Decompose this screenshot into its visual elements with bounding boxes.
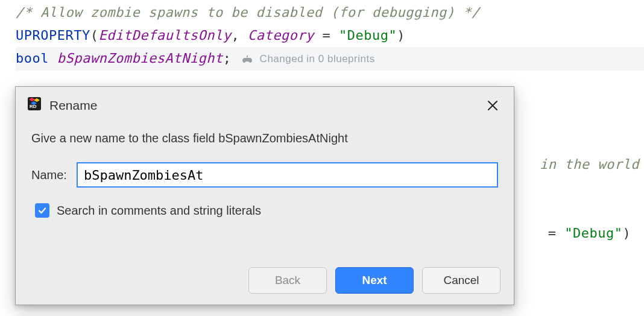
name-input[interactable] [77, 162, 498, 188]
code-macro: UPROPERTY [16, 28, 90, 43]
code-identifier: bSpawnZombiesAtNight [57, 51, 223, 66]
dialog-prompt: Give a new name to the class field bSpaw… [31, 131, 498, 145]
svg-text:RD: RD [30, 104, 37, 109]
next-button[interactable]: Next [335, 267, 414, 294]
inlay-hint[interactable]: Changed in 0 blueprints [242, 48, 374, 71]
code-editor[interactable]: /* Allow zombie spawns to be disabled (f… [0, 0, 644, 93]
gamepad-icon [242, 55, 253, 64]
checkmark-icon [37, 206, 47, 215]
rename-dialog: RD Rename Give a new name to the class f… [15, 86, 514, 305]
close-button[interactable] [482, 95, 503, 116]
code-arg: Category [248, 28, 314, 43]
code-arg: EditDefaultsOnly [98, 28, 231, 43]
app-logo-icon: RD [27, 96, 42, 115]
dialog-button-row: Back Next Cancel [248, 267, 500, 294]
search-comments-checkbox[interactable] [35, 203, 49, 218]
code-line-highlighted: bool bSpawnZombiesAtNight; Changed in 0 … [16, 47, 644, 71]
cancel-button[interactable]: Cancel [422, 267, 500, 294]
code-comment: /* Allow zombie spawns to be disabled (f… [16, 5, 480, 20]
back-button: Back [248, 267, 327, 294]
name-label: Name: [31, 168, 67, 182]
code-comment-tail: in the world [540, 153, 639, 176]
code-keyword: bool [16, 51, 49, 66]
code-string: "Debug" [339, 28, 397, 43]
close-icon [487, 100, 498, 111]
dialog-title: Rename [49, 98, 97, 113]
checkbox-label: Search in comments and string literals [57, 204, 261, 218]
